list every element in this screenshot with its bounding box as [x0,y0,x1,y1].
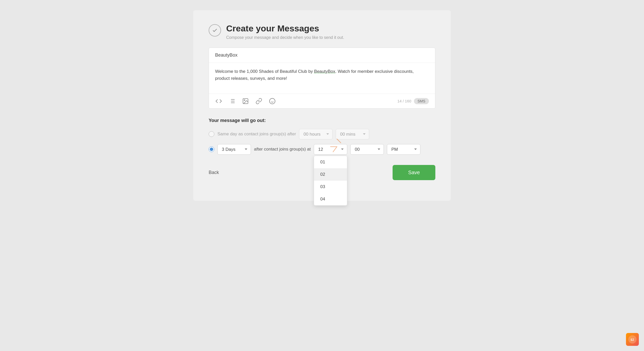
toolbar-icons [215,98,276,105]
back-button[interactable]: Back [209,168,219,177]
char-count-area: 14 / 160 SMS [397,98,429,104]
eztexting-logo-icon: EZ [628,335,637,344]
schedule-row-2-content: 1 Day 2 Days 3 Days 4 Days 5 Days after … [209,144,420,155]
svg-text:EZ: EZ [631,338,634,341]
message-card: BeautyBox Welcome to the 1,000 Shades of… [209,48,435,109]
schedule-row-1-content: Same day as contact joins group(s) after… [209,129,369,139]
days-label: after contact joins group(s) at [254,147,311,152]
page-container: Create your Messages Compose your messag… [193,10,451,201]
mins-select[interactable]: 00 mins 15 mins 30 mins 45 mins [336,129,369,139]
section-header: Create your Messages Compose your messag… [209,23,435,40]
checkmark-icon [212,28,218,33]
step-icon [209,24,221,37]
message-brand: BeautyBox [314,69,335,74]
emoji-icon[interactable] [269,98,276,105]
svg-point-8 [269,98,275,104]
char-count: 14 / 160 [397,99,411,103]
ampm-select[interactable]: AM PM [387,144,420,155]
hours-dropdown-wrapper: 00 hours 01 hours 02 hours [299,129,333,139]
schedule-label: Your message will go out: [209,118,435,123]
mins-dropdown-wrapper: 00 mins 15 mins 30 mins 45 mins [336,129,369,139]
link-icon[interactable] [255,98,262,105]
section-title-group: Create your Messages Compose your messag… [226,23,344,40]
message-body[interactable]: Welcome to the 1,000 Shades of Beautiful… [209,63,435,94]
message-toolbar: 14 / 160 SMS [209,94,435,108]
minute-select[interactable]: 00 15 30 45 [350,144,384,155]
hour-dropdown-popup: 01 02 03 04 [314,156,347,206]
page-title: Create your Messages [226,23,344,34]
sender-name: BeautyBox [209,48,435,63]
hour-dropdown-wrapper: 12 01 02 01 02 03 04 [314,144,347,155]
list-icon[interactable] [228,98,236,105]
days-select[interactable]: 1 Day 2 Days 3 Days 4 Days 5 Days [217,144,251,155]
hour-option-01[interactable]: 01 [314,156,347,168]
code-brackets-icon[interactable] [215,98,222,105]
eztexting-logo: EZ [626,333,639,346]
hour-option-04[interactable]: 04 [314,193,347,205]
minute-dropdown-wrapper: 00 15 30 45 [350,144,384,155]
svg-line-11 [337,139,341,143]
days-dropdown-wrapper: 1 Day 2 Days 3 Days 4 Days 5 Days [217,144,251,155]
ampm-dropdown-wrapper: AM PM [387,144,420,155]
radio-same-day[interactable] [209,131,214,137]
schedule-row-1: Same day as contact joins group(s) after… [209,129,435,139]
save-button[interactable]: Save [393,165,435,180]
message-text-part1: Welcome to the 1,000 Shades of Beautiful… [215,69,314,74]
hour-select[interactable]: 12 01 02 [314,144,347,155]
schedule-section: Your message will go out: Same day as co… [209,118,435,155]
page-subtitle: Compose your message and decide when you… [226,35,344,40]
radio-days[interactable] [209,146,214,152]
svg-point-7 [244,100,245,100]
hour-option-03[interactable]: 03 [314,181,347,193]
hour-option-02[interactable]: 02 [314,168,347,181]
schedule-row-2: 1 Day 2 Days 3 Days 4 Days 5 Days after … [209,144,435,155]
same-day-label: Same day as contact joins group(s) after [217,131,296,137]
hours-select[interactable]: 00 hours 01 hours 02 hours [299,129,333,139]
sms-badge: SMS [414,98,429,104]
image-icon[interactable] [242,98,249,105]
